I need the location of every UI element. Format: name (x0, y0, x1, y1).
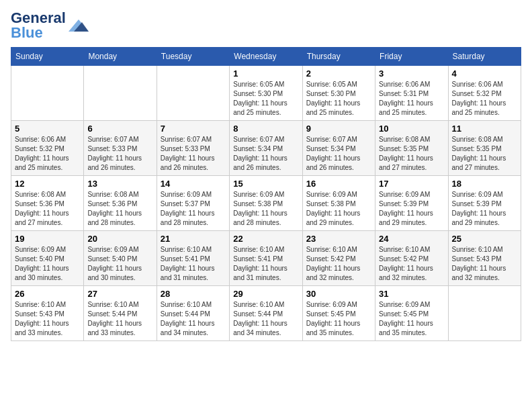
calendar-week-3: 12Sunrise: 6:08 AM Sunset: 5:36 PM Dayli… (11, 176, 521, 231)
calendar-cell: 7Sunrise: 6:07 AM Sunset: 5:33 PM Daylig… (157, 121, 229, 176)
calendar-cell: 10Sunrise: 6:08 AM Sunset: 5:35 PM Dayli… (375, 121, 448, 176)
calendar-cell: 20Sunrise: 6:09 AM Sunset: 5:40 PM Dayli… (84, 231, 157, 286)
day-info: Sunrise: 6:10 AM Sunset: 5:44 PM Dayligh… (233, 300, 298, 338)
day-number: 25 (452, 234, 517, 244)
calendar-week-1: 1Sunrise: 6:05 AM Sunset: 5:30 PM Daylig… (11, 66, 521, 121)
header-saturday: Saturday (448, 48, 521, 66)
day-number: 12 (15, 179, 80, 189)
page-header: General Blue (11, 11, 521, 40)
day-number: 16 (306, 179, 371, 189)
day-number: 10 (379, 124, 444, 134)
day-info: Sunrise: 6:08 AM Sunset: 5:35 PM Dayligh… (452, 135, 517, 173)
calendar-cell (157, 66, 229, 121)
calendar-cell: 21Sunrise: 6:10 AM Sunset: 5:41 PM Dayli… (157, 231, 229, 286)
calendar-cell: 22Sunrise: 6:10 AM Sunset: 5:41 PM Dayli… (230, 231, 302, 286)
day-number: 22 (233, 234, 298, 244)
header-thursday: Thursday (302, 48, 375, 66)
day-number: 14 (161, 179, 226, 189)
day-number: 17 (379, 179, 444, 189)
day-number: 15 (233, 179, 298, 189)
calendar-cell: 18Sunrise: 6:09 AM Sunset: 5:39 PM Dayli… (448, 176, 521, 231)
day-info: Sunrise: 6:09 AM Sunset: 5:40 PM Dayligh… (87, 245, 152, 283)
day-number: 13 (87, 179, 152, 189)
day-number: 18 (452, 179, 517, 189)
day-info: Sunrise: 6:09 AM Sunset: 5:37 PM Dayligh… (161, 190, 226, 228)
calendar-cell (11, 66, 84, 121)
calendar-cell: 16Sunrise: 6:09 AM Sunset: 5:38 PM Dayli… (302, 176, 375, 231)
day-number: 20 (87, 234, 152, 244)
day-number: 2 (306, 68, 371, 79)
day-number: 27 (87, 289, 152, 299)
calendar-week-5: 26Sunrise: 6:10 AM Sunset: 5:43 PM Dayli… (11, 286, 521, 341)
day-info: Sunrise: 6:09 AM Sunset: 5:39 PM Dayligh… (452, 190, 517, 228)
day-info: Sunrise: 6:06 AM Sunset: 5:32 PM Dayligh… (15, 135, 80, 173)
header-tuesday: Tuesday (157, 48, 229, 66)
calendar-cell: 2Sunrise: 6:05 AM Sunset: 5:30 PM Daylig… (302, 66, 375, 121)
calendar-cell: 8Sunrise: 6:07 AM Sunset: 5:34 PM Daylig… (230, 121, 302, 176)
header-sunday: Sunday (11, 48, 84, 66)
day-number: 4 (452, 68, 517, 79)
calendar-cell: 26Sunrise: 6:10 AM Sunset: 5:43 PM Dayli… (11, 286, 84, 341)
day-info: Sunrise: 6:08 AM Sunset: 5:36 PM Dayligh… (87, 190, 152, 228)
calendar-cell: 30Sunrise: 6:09 AM Sunset: 5:45 PM Dayli… (302, 286, 375, 341)
day-info: Sunrise: 6:07 AM Sunset: 5:33 PM Dayligh… (87, 135, 152, 173)
day-info: Sunrise: 6:05 AM Sunset: 5:30 PM Dayligh… (233, 80, 298, 118)
calendar-cell: 9Sunrise: 6:07 AM Sunset: 5:34 PM Daylig… (302, 121, 375, 176)
day-info: Sunrise: 6:09 AM Sunset: 5:45 PM Dayligh… (306, 300, 371, 338)
day-number: 23 (306, 234, 371, 244)
calendar-cell: 11Sunrise: 6:08 AM Sunset: 5:35 PM Dayli… (448, 121, 521, 176)
calendar-cell: 14Sunrise: 6:09 AM Sunset: 5:37 PM Dayli… (157, 176, 229, 231)
calendar-cell: 23Sunrise: 6:10 AM Sunset: 5:42 PM Dayli… (302, 231, 375, 286)
day-info: Sunrise: 6:10 AM Sunset: 5:44 PM Dayligh… (161, 300, 226, 338)
day-info: Sunrise: 6:09 AM Sunset: 5:39 PM Dayligh… (379, 190, 444, 228)
day-number: 29 (233, 289, 298, 299)
header-monday: Monday (84, 48, 157, 66)
logo-blue: Blue (11, 24, 43, 41)
day-number: 3 (379, 68, 444, 79)
calendar-header-row: SundayMondayTuesdayWednesdayThursdayFrid… (11, 48, 521, 66)
calendar-cell: 6Sunrise: 6:07 AM Sunset: 5:33 PM Daylig… (84, 121, 157, 176)
day-info: Sunrise: 6:10 AM Sunset: 5:42 PM Dayligh… (306, 245, 371, 283)
day-number: 5 (15, 124, 80, 134)
day-number: 9 (306, 124, 371, 134)
day-number: 6 (87, 124, 152, 134)
calendar-cell: 1Sunrise: 6:05 AM Sunset: 5:30 PM Daylig… (230, 66, 302, 121)
day-number: 7 (161, 124, 226, 134)
calendar-table: SundayMondayTuesdayWednesdayThursdayFrid… (11, 47, 521, 341)
header-wednesday: Wednesday (230, 48, 302, 66)
day-number: 1 (233, 68, 298, 79)
calendar-cell: 15Sunrise: 6:09 AM Sunset: 5:38 PM Dayli… (230, 176, 302, 231)
day-info: Sunrise: 6:10 AM Sunset: 5:41 PM Dayligh… (161, 245, 226, 283)
day-number: 26 (15, 289, 80, 299)
day-info: Sunrise: 6:09 AM Sunset: 5:40 PM Dayligh… (15, 245, 80, 283)
calendar-cell: 29Sunrise: 6:10 AM Sunset: 5:44 PM Dayli… (230, 286, 302, 341)
day-number: 31 (379, 289, 444, 299)
calendar-cell: 4Sunrise: 6:06 AM Sunset: 5:32 PM Daylig… (448, 66, 521, 121)
calendar-cell: 25Sunrise: 6:10 AM Sunset: 5:43 PM Dayli… (448, 231, 521, 286)
day-number: 30 (306, 289, 371, 299)
day-info: Sunrise: 6:09 AM Sunset: 5:45 PM Dayligh… (379, 300, 444, 338)
day-info: Sunrise: 6:07 AM Sunset: 5:33 PM Dayligh… (161, 135, 226, 173)
day-info: Sunrise: 6:07 AM Sunset: 5:34 PM Dayligh… (233, 135, 298, 173)
day-info: Sunrise: 6:05 AM Sunset: 5:30 PM Dayligh… (306, 80, 371, 118)
calendar-cell: 13Sunrise: 6:08 AM Sunset: 5:36 PM Dayli… (84, 176, 157, 231)
calendar-cell (448, 286, 521, 341)
day-number: 21 (161, 234, 226, 244)
calendar-cell (84, 66, 157, 121)
calendar-cell: 28Sunrise: 6:10 AM Sunset: 5:44 PM Dayli… (157, 286, 229, 341)
calendar-cell: 31Sunrise: 6:09 AM Sunset: 5:45 PM Dayli… (375, 286, 448, 341)
day-info: Sunrise: 6:09 AM Sunset: 5:38 PM Dayligh… (233, 190, 298, 228)
day-number: 11 (452, 124, 517, 134)
logo: General Blue (11, 11, 89, 40)
day-number: 19 (15, 234, 80, 244)
calendar-cell: 19Sunrise: 6:09 AM Sunset: 5:40 PM Dayli… (11, 231, 84, 286)
day-info: Sunrise: 6:09 AM Sunset: 5:38 PM Dayligh… (306, 190, 371, 228)
day-info: Sunrise: 6:06 AM Sunset: 5:31 PM Dayligh… (379, 80, 444, 118)
day-number: 28 (161, 289, 226, 299)
day-info: Sunrise: 6:08 AM Sunset: 5:36 PM Dayligh… (15, 190, 80, 228)
day-info: Sunrise: 6:08 AM Sunset: 5:35 PM Dayligh… (379, 135, 444, 173)
day-info: Sunrise: 6:10 AM Sunset: 5:44 PM Dayligh… (87, 300, 152, 338)
calendar-cell: 17Sunrise: 6:09 AM Sunset: 5:39 PM Dayli… (375, 176, 448, 231)
day-info: Sunrise: 6:06 AM Sunset: 5:32 PM Dayligh… (452, 80, 517, 118)
day-info: Sunrise: 6:10 AM Sunset: 5:42 PM Dayligh… (379, 245, 444, 283)
